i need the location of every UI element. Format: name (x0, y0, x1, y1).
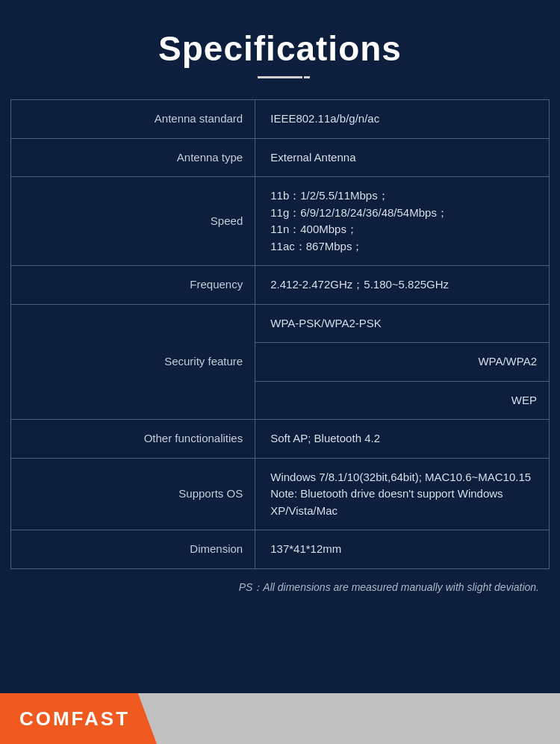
divider-line (258, 76, 302, 78)
specs-table-container: Antenna standard IEEE802.11a/b/g/n/ac An… (0, 92, 560, 693)
row-value: External Antenna (255, 138, 550, 177)
table-row: Security feature WPA-PSK/WPA2-PSK (11, 304, 550, 343)
table-row: Dimension 137*41*12mm (11, 530, 550, 569)
ps-note-table: PS：All dimensions are measured manually … (10, 572, 550, 603)
footer: COMFAST (0, 693, 560, 744)
row-label: Other functionalities (11, 420, 255, 459)
brand-text: COMFAST (19, 707, 130, 731)
row-label: Security feature (11, 304, 255, 420)
row-value: WEP (255, 381, 550, 420)
header: Specifications (0, 0, 560, 92)
brand-logo: COMFAST (0, 693, 157, 744)
row-value: IEEE802.11a/b/g/n/ac (255, 100, 550, 139)
ps-note-text: PS：All dimensions are measured manually … (10, 572, 550, 603)
row-value: 137*41*12mm (255, 530, 550, 569)
row-value: Windows 7/8.1/10(32bit,64bit); MAC10.6~M… (255, 458, 550, 530)
page-wrapper: Specifications Antenna standard IEEE802.… (0, 0, 560, 744)
table-row: Antenna standard IEEE802.11a/b/g/n/ac (11, 100, 550, 139)
table-row: Speed 11b：1/2/5.5/11Mbps； 11g：6/9/12/18/… (11, 177, 550, 266)
header-divider (0, 76, 560, 78)
specs-table: Antenna standard IEEE802.11a/b/g/n/ac An… (10, 99, 550, 569)
row-value: 2.412-2.472GHz；5.180~5.825GHz (255, 266, 550, 305)
ps-note-row: PS：All dimensions are measured manually … (10, 572, 550, 603)
row-value: WPA/WPA2 (255, 343, 550, 382)
table-row: Other functionalities Soft AP; Bluetooth… (11, 420, 550, 459)
table-row: Frequency 2.412-2.472GHz；5.180~5.825GHz (11, 266, 550, 305)
row-label: Antenna standard (11, 100, 255, 139)
page-title: Specifications (0, 28, 560, 69)
row-label: Speed (11, 177, 255, 266)
row-value: WPA-PSK/WPA2-PSK (255, 304, 550, 343)
table-row: Supports OS Windows 7/8.1/10(32bit,64bit… (11, 458, 550, 530)
row-label: Antenna type (11, 138, 255, 177)
row-value: Soft AP; Bluetooth 4.2 (255, 420, 550, 459)
row-label: Supports OS (11, 458, 255, 530)
row-value: 11b：1/2/5.5/11Mbps； 11g：6/9/12/18/24/36/… (255, 177, 550, 266)
row-label: Frequency (11, 266, 255, 305)
table-row: Antenna type External Antenna (11, 138, 550, 177)
row-label: Dimension (11, 530, 255, 569)
